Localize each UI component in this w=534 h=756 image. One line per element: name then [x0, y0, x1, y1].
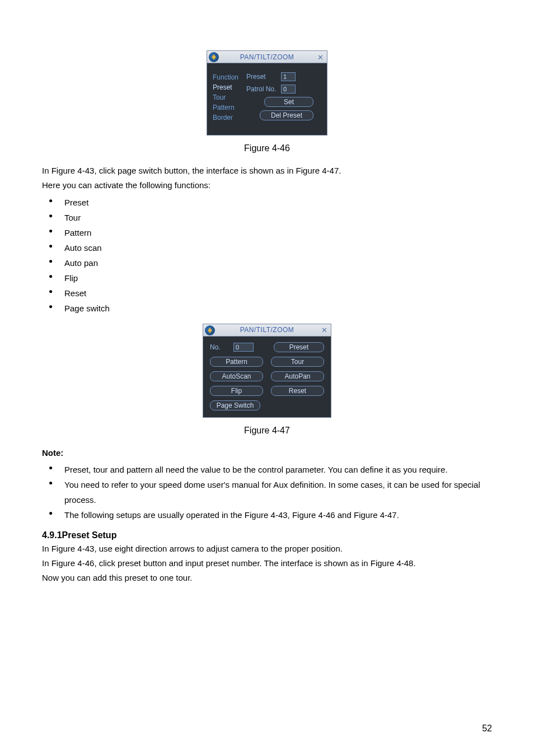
tour-button[interactable]: Tour — [271, 357, 324, 367]
autoscan-button[interactable]: AutoScan — [210, 371, 263, 381]
list-item: Pattern — [49, 225, 492, 240]
right-column: Preset 1 Patrol No. 0 Set Del Preset — [246, 72, 321, 122]
no-input[interactable]: 0 — [233, 343, 254, 352]
func-item-pattern[interactable]: Pattern — [213, 104, 246, 111]
func-item-tour[interactable]: Tour — [213, 94, 246, 101]
list-item: Flip — [49, 270, 492, 286]
function-list: Function Preset Tour Pattern Border — [213, 72, 246, 122]
list-item: Preset — [49, 195, 492, 210]
preset-label: Preset — [246, 73, 278, 81]
ptz-titlebar: PAN/TILT/ZOOM ✕ — [203, 324, 331, 337]
del-preset-button[interactable]: Del Preset — [260, 110, 313, 120]
dialog-title: PAN/TILT/ZOOM — [207, 53, 327, 61]
list-item: You need to refer to your speed dome use… — [49, 477, 492, 507]
flip-button[interactable]: Flip — [210, 386, 263, 396]
note-list: Preset, tour and pattern all need the va… — [49, 462, 492, 522]
list-item: Page switch — [49, 301, 492, 316]
page-number: 52 — [482, 724, 492, 734]
patrol-input[interactable]: 0 — [281, 85, 296, 94]
close-icon[interactable]: ✕ — [320, 326, 329, 335]
no-label: No. — [210, 343, 227, 351]
patrol-label: Patrol No. — [246, 85, 278, 93]
ptz-titlebar: PAN/TILT/ZOOM ✕ — [207, 51, 327, 63]
set-button[interactable]: Set — [264, 97, 313, 107]
figure-caption-47: Figure 4-47 — [42, 426, 492, 436]
app-icon — [205, 325, 215, 335]
reset-button[interactable]: Reset — [271, 386, 324, 396]
preset-input[interactable]: 1 — [281, 72, 296, 81]
pattern-button[interactable]: Pattern — [210, 357, 263, 367]
paragraph: Now you can add this preset to one tour. — [42, 572, 492, 584]
ptz-dialog-preset: PAN/TILT/ZOOM ✕ Function Preset Tour Pat… — [207, 50, 327, 136]
paragraph-intro-1: In Figure 4-43, click page switch button… — [42, 165, 492, 177]
paragraph-intro-2: Here you can activate the following func… — [42, 179, 492, 192]
page-switch-button[interactable]: Page Switch — [210, 400, 260, 410]
section-heading-preset-setup: 4.9.1Preset Setup — [42, 530, 492, 540]
close-icon[interactable]: ✕ — [316, 53, 325, 62]
ptz-body: Function Preset Tour Pattern Border Pres… — [207, 63, 327, 135]
func-item-border[interactable]: Border — [213, 114, 246, 122]
list-item: Reset — [49, 286, 492, 301]
list-item: Auto pan — [49, 255, 492, 270]
dialog-title: PAN/TILT/ZOOM — [203, 326, 331, 334]
app-icon — [209, 52, 219, 62]
ptz-body: No. 0 Preset Pattern Tour AutoScan AutoP… — [203, 337, 331, 417]
list-item: The following setups are usually operate… — [49, 507, 492, 522]
list-item: Preset, tour and pattern all need the va… — [49, 462, 492, 477]
list-item: Auto scan — [49, 240, 492, 255]
function-activation-list: Preset Tour Pattern Auto scan Auto pan F… — [49, 195, 492, 316]
func-item-preset[interactable]: Preset — [213, 83, 246, 91]
note-heading: Note: — [42, 447, 492, 459]
paragraph: In Figure 4-46, click preset button and … — [42, 557, 492, 570]
list-item: Tour — [49, 210, 492, 225]
autopan-button[interactable]: AutoPan — [271, 371, 324, 381]
function-label: Function — [213, 73, 246, 81]
paragraph: In Figure 4-43, use eight direction arro… — [42, 543, 492, 555]
preset-button[interactable]: Preset — [274, 342, 324, 352]
figure-caption-46: Figure 4-46 — [42, 143, 492, 153]
ptz-dialog-buttons: PAN/TILT/ZOOM ✕ No. 0 Preset Pattern Tou… — [203, 324, 331, 418]
